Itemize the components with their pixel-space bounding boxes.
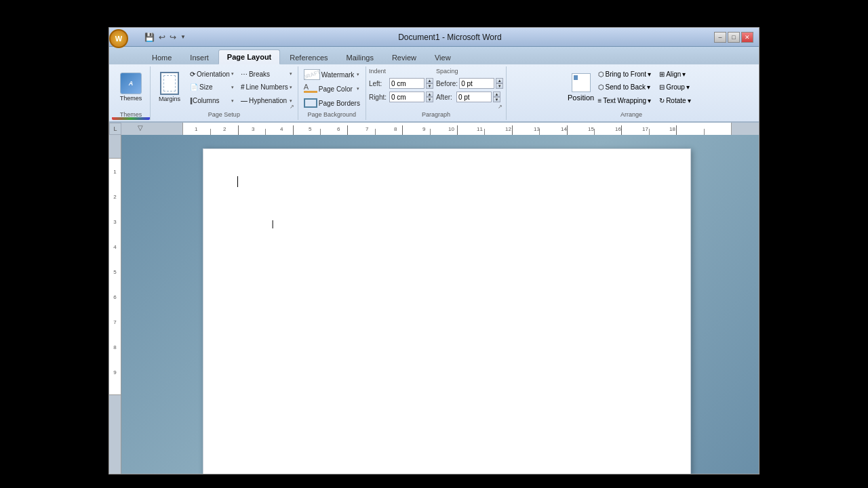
orientation-icon: ⟳ [190, 70, 195, 78]
tab-insert[interactable]: Insert [181, 49, 218, 64]
indent-right-up[interactable]: ▲ [426, 92, 433, 97]
send-to-back-button[interactable]: ⬡ Send to Back ▾ [595, 81, 655, 94]
tab-mailings[interactable]: Mailings [338, 49, 382, 64]
spacing-header: Spacing [436, 68, 503, 75]
cursor-indicator: I [271, 217, 274, 233]
group-themes: A Themes Themes [112, 66, 151, 120]
margins-label: Margins [159, 96, 180, 103]
ruler-corner[interactable]: L [109, 123, 121, 135]
spacing-after-row: After: 0 pt ▲ ▼ [436, 91, 503, 103]
page-color-label: Page Color [319, 85, 353, 93]
columns-button[interactable]: | | Columns ▾ [187, 95, 237, 107]
columns-dropdown: ▾ [231, 98, 234, 104]
page-color-button[interactable]: A Page Color ▾ [301, 82, 362, 96]
btf-dropdown: ▾ [648, 70, 651, 78]
spacing-after-input[interactable]: 0 pt [456, 92, 492, 102]
indent-left-up[interactable]: ▲ [426, 78, 433, 83]
text-wrapping-button[interactable]: ≡ Text Wrapping ▾ [595, 95, 655, 107]
page-borders-button[interactable]: Page Borders [301, 96, 363, 110]
page-borders-icon [304, 98, 317, 108]
office-button[interactable]: W [109, 29, 128, 48]
size-icon: 📄 [190, 83, 198, 91]
horizontal-ruler: 1 2 3 4 5 6 7 8 9 10 11 12 13 14 15 16 1… [121, 123, 759, 135]
size-button[interactable]: 📄 Size ▾ [187, 81, 237, 94]
document-area[interactable]: I [121, 135, 759, 474]
page-content[interactable]: I [237, 176, 656, 447]
page-setup-expand[interactable]: ↗ [290, 104, 296, 110]
document-page[interactable]: I [203, 148, 691, 474]
qat-dropdown[interactable]: ▼ [180, 34, 186, 40]
minimize-btn[interactable]: – [714, 32, 726, 43]
align-button[interactable]: ⊞ Align ▾ [656, 68, 694, 80]
indent-left-input[interactable]: 0 cm [389, 78, 425, 89]
indent-left-row: Left: 0 cm ▲ ▼ [369, 77, 433, 89]
orientation-button[interactable]: ⟳ Orientation ▾ [187, 68, 237, 80]
watermark-dropdown: ▾ [357, 72, 359, 77]
spacing-before-down[interactable]: ▼ [496, 83, 503, 89]
watermark-button[interactable]: DRAFT Watermark ▾ [301, 68, 362, 81]
watermark-icon: DRAFT [304, 69, 320, 80]
group-page-setup-label: Page Setup [153, 110, 295, 119]
position-icon [572, 73, 591, 92]
rotate-label: Rotate [666, 97, 686, 104]
spacing-after-down[interactable]: ▼ [493, 97, 500, 102]
size-label: Size [199, 83, 212, 91]
save-btn[interactable]: 💾 [144, 33, 155, 42]
group-button[interactable]: ⊟ Group ▾ [656, 81, 694, 94]
breaks-label: Breaks [249, 70, 270, 78]
vertical-ruler: 1 2 3 4 5 6 7 8 9 [109, 135, 121, 474]
hyphenation-icon: — [241, 97, 248, 104]
themes-button[interactable]: A Themes [115, 68, 147, 107]
tab-review[interactable]: Review [383, 49, 425, 64]
group-paragraph-label: Paragraph [369, 110, 503, 119]
columns-label: Columns [193, 97, 219, 104]
line-numbers-icon: # [241, 83, 245, 91]
spacing-after-up[interactable]: ▲ [493, 92, 500, 97]
indent-right-row: Right: 0 cm ▲ ▼ [369, 91, 433, 103]
breaks-button[interactable]: ⋯ Breaks ▾ [238, 68, 295, 80]
group-paragraph: Indent Left: 0 cm ▲ ▼ Rig [366, 66, 507, 120]
spacing-before-up[interactable]: ▲ [496, 78, 503, 83]
maximize-btn[interactable]: □ [728, 32, 740, 43]
position-button[interactable]: Position [569, 68, 593, 107]
tab-home[interactable]: Home [143, 49, 180, 64]
indent-right-down[interactable]: ▼ [426, 97, 433, 102]
line-numbers-button[interactable]: # Line Numbers ▾ [238, 81, 295, 94]
send-to-back-icon: ⬡ [598, 83, 604, 91]
spacing-before-row: Before: 0 pt ▲ ▼ [436, 77, 503, 89]
tab-page-layout[interactable]: Page Layout [218, 49, 280, 64]
paragraph-expand[interactable]: ↗ [498, 104, 505, 110]
group-dropdown: ▾ [686, 83, 690, 91]
group-label: Group [666, 83, 685, 91]
group-page-background-label: Page Background [301, 110, 363, 119]
stb-dropdown: ▾ [647, 83, 650, 91]
indent-right-input[interactable]: 0 cm [389, 92, 425, 102]
bring-to-front-button[interactable]: ⬡ Bring to Front ▾ [595, 68, 655, 80]
watermark-label: Watermark [321, 71, 355, 79]
tab-references[interactable]: References [281, 49, 336, 64]
bring-to-front-label: Bring to Front [606, 70, 647, 78]
spacing-before-input[interactable]: 0 pt [459, 78, 494, 89]
text-cursor [237, 176, 238, 187]
orientation-dropdown: ▾ [231, 71, 234, 77]
undo-btn[interactable]: ↩ [159, 33, 165, 42]
ruler-row: L [109, 123, 759, 135]
line-numbers-dropdown: ▾ [290, 85, 292, 90]
page-borders-label: Page Borders [319, 100, 360, 107]
group-arrange: Position ⬡ Bring to Front ▾ ⬡ Send to Ba… [507, 66, 756, 120]
redo-btn[interactable]: ↪ [170, 33, 176, 42]
margins-icon [160, 72, 179, 95]
margins-button[interactable]: Margins [153, 68, 186, 107]
window-title: Document1 - Microsoft Word [398, 33, 502, 42]
page-color-icon: A [304, 83, 317, 94]
indent-left-down[interactable]: ▼ [426, 83, 433, 89]
breaks-dropdown: ▾ [290, 71, 292, 77]
rotate-button[interactable]: ↻ Rotate ▾ [656, 95, 694, 107]
tw-dropdown: ▾ [648, 97, 651, 104]
hyphenation-button[interactable]: — Hyphenation ▾ [238, 95, 295, 107]
tab-view[interactable]: View [426, 49, 460, 64]
window-controls: – □ ✕ [714, 32, 753, 43]
close-btn[interactable]: ✕ [741, 32, 753, 43]
office-logo: W [115, 35, 122, 43]
columns-icon: | | [190, 97, 191, 104]
